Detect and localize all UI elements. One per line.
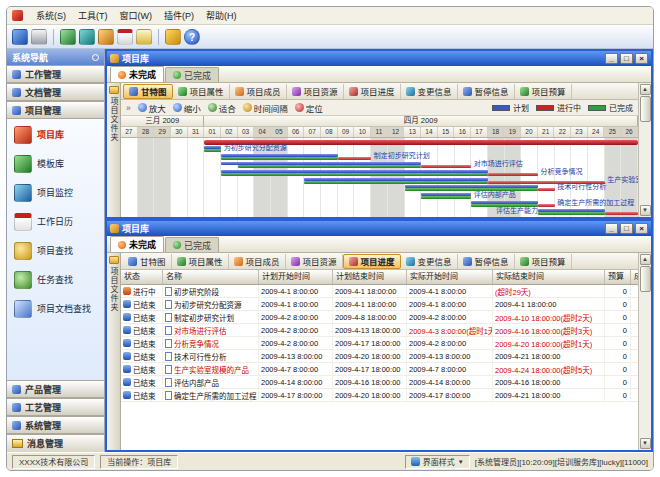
view-tab-变更信息[interactable]: 变更信息 [401, 254, 458, 269]
actual-bar[interactable] [221, 173, 488, 176]
view-tab-项目资源[interactable]: 项目资源 [287, 84, 344, 99]
view-tab-项目进度[interactable]: 项目进度 [343, 254, 401, 269]
sidebar-item-工作日历[interactable]: 工作日历 [14, 211, 104, 232]
sidebar-item-模板库[interactable]: 模板库 [14, 153, 104, 174]
tab-未完成[interactable]: 未完成 [110, 66, 164, 82]
overdue-bar[interactable] [538, 188, 555, 191]
actual-bar[interactable] [221, 157, 338, 160]
sidebar-item-项目监控[interactable]: 项目监控 [14, 182, 104, 203]
close-button[interactable] [635, 53, 648, 64]
sidebar-group-工作管理[interactable]: 工作管理 [7, 65, 104, 83]
actual-bar[interactable] [538, 212, 605, 215]
scroll-thumb[interactable] [640, 266, 651, 292]
sidebar-tab-messages[interactable]: 消息管理 [7, 434, 104, 452]
tab-已完成[interactable]: 已完成 [165, 237, 219, 252]
view-tab-甘特图[interactable]: 甘特图 [123, 254, 172, 269]
column-header-名称[interactable]: 名称 [163, 270, 259, 284]
print-icon[interactable] [31, 29, 47, 45]
gantt-scrollbar[interactable] [638, 83, 651, 217]
column-header-状态[interactable]: 状态 [121, 270, 163, 284]
overdue-bar[interactable] [538, 204, 555, 207]
mail-icon[interactable] [136, 29, 152, 45]
table-row[interactable]: 进行中初步研究阶段2009-4-1 8:00:002009-4-1 18:00:… [121, 285, 638, 298]
maximize-button[interactable] [620, 53, 633, 64]
menu-item-窗口(W)[interactable]: 窗口(W) [114, 8, 159, 23]
view-tab-项目属性[interactable]: 项目属性 [172, 254, 229, 269]
scroll-up-icon[interactable] [640, 84, 651, 95]
view-tab-项目成员[interactable]: 项目成员 [230, 84, 287, 99]
overdue-bar[interactable] [605, 212, 638, 215]
maximize-button[interactable] [620, 223, 633, 234]
actual-bar[interactable] [304, 181, 487, 184]
view-tab-项目属性[interactable]: 项目属性 [173, 84, 230, 99]
actual-bar[interactable] [204, 149, 221, 152]
column-header-计划开始时间[interactable]: 计划开始时间 [259, 270, 333, 284]
folder-tab[interactable]: 项目文件夹 [107, 253, 121, 450]
overdue-bar[interactable] [488, 173, 538, 176]
column-header-计划结束时间[interactable]: 计划结束时间 [333, 270, 407, 284]
view-tab-甘特图[interactable]: 甘特图 [123, 84, 173, 99]
pin-icon[interactable] [92, 54, 99, 61]
minimize-button[interactable] [605, 53, 618, 64]
table-row[interactable]: 已结束技术可行性分析2009-4-13 8:00:002009-4-20 18:… [121, 350, 638, 363]
sidebar-item-项目查找[interactable]: 项目查找 [14, 240, 104, 261]
column-header-实际开始时间[interactable]: 实际开始时间 [407, 270, 493, 284]
tool-时间间隔[interactable]: 时间间隔 [243, 102, 288, 114]
view-tab-变更信息[interactable]: 变更信息 [401, 84, 458, 99]
view-tab-项目预算[interactable]: 项目预算 [515, 84, 572, 99]
view-tab-项目预算[interactable]: 项目预算 [515, 254, 572, 269]
table-window-titlebar[interactable]: 项目库 [107, 221, 651, 236]
column-header-实际结束时间[interactable]: 实际结束时间 [493, 270, 605, 284]
tab-未完成[interactable]: 未完成 [110, 236, 164, 252]
menu-item-系统(S)[interactable]: 系统(S) [30, 8, 72, 23]
table-row[interactable]: 已结束生产实验室规模的产品2009-4-7 8:00:002009-4-17 1… [121, 363, 638, 376]
tab-已完成[interactable]: 已完成 [165, 67, 219, 82]
table-row[interactable]: 已结束确定生产所需的加工过程2009-4-17 8:00:002009-4-20… [121, 389, 638, 402]
view-tab-暂停信息[interactable]: 暂停信息 [458, 254, 515, 269]
layout-icon[interactable] [79, 29, 95, 45]
chevron-icon[interactable] [126, 103, 131, 113]
tree-icon[interactable] [98, 29, 114, 45]
ui-style-selector[interactable]: 界面样式 [405, 455, 470, 469]
home-icon[interactable] [60, 29, 76, 45]
sidebar-group-文档管理[interactable]: 文档管理 [7, 83, 104, 101]
scroll-down-icon[interactable] [640, 205, 651, 216]
lock-icon[interactable] [165, 29, 181, 45]
sidebar-item-项目库[interactable]: 项目库 [14, 124, 104, 145]
scroll-down-icon[interactable] [640, 438, 651, 449]
sidebar-group-project[interactable]: 项目管理 [7, 101, 104, 119]
table-row[interactable]: 已结束制定初步研究计划2009-4-2 8:00:002009-4-8 18:0… [121, 311, 638, 324]
table-row[interactable]: 已结束为初步研究分配资源2009-4-1 8:00:002009-4-1 18:… [121, 298, 638, 311]
sidebar-group-系统管理[interactable]: 系统管理 [7, 416, 104, 434]
tool-适合[interactable]: 适合 [208, 102, 236, 114]
tool-定位[interactable]: 定位 [295, 102, 323, 114]
scroll-up-icon[interactable] [640, 254, 651, 265]
sidebar-item-项目文档查找[interactable]: 项目文档查找 [14, 298, 104, 319]
actual-bar[interactable] [421, 196, 471, 199]
sidebar-group-产品管理[interactable]: 产品管理 [7, 380, 104, 398]
overdue-bar[interactable] [421, 165, 471, 168]
calendar-icon[interactable] [117, 29, 133, 45]
close-button[interactable] [635, 223, 648, 234]
minimize-button[interactable] [605, 223, 618, 234]
view-tab-暂停信息[interactable]: 暂停信息 [458, 84, 515, 99]
menu-item-帮助(H)[interactable]: 帮助(H) [200, 8, 243, 23]
overdue-bar[interactable] [338, 157, 371, 160]
menu-item-工具(T)[interactable]: 工具(T) [72, 8, 114, 23]
sidebar-item-任务查找[interactable]: 任务查找 [14, 269, 104, 290]
table-row[interactable]: 已结束分析竞争情况2009-4-2 8:00:002009-4-17 18:00… [121, 337, 638, 350]
view-tab-项目资源[interactable]: 项目资源 [286, 254, 343, 269]
tool-缩小[interactable]: 缩小 [173, 102, 201, 114]
help-icon[interactable] [184, 29, 200, 45]
view-tab-项目成员[interactable]: 项目成员 [229, 254, 286, 269]
table-scrollbar[interactable] [638, 253, 651, 450]
sidebar-group-工艺管理[interactable]: 工艺管理 [7, 398, 104, 416]
actual-bar[interactable] [238, 165, 421, 168]
folder-tab[interactable]: 项目文件夹 [107, 83, 121, 217]
column-header-预算[interactable]: 预算 [605, 270, 631, 284]
table-row[interactable]: 已结束对市场进行评估2009-4-2 8:00:002009-4-13 18:0… [121, 324, 638, 337]
table-row[interactable]: 已结束评估内部产品2009-4-14 8:00:002009-4-16 18:0… [121, 376, 638, 389]
save-icon[interactable] [12, 29, 28, 45]
tool-放大[interactable]: 放大 [138, 102, 166, 114]
view-tab-项目进度[interactable]: 项目进度 [344, 84, 401, 99]
